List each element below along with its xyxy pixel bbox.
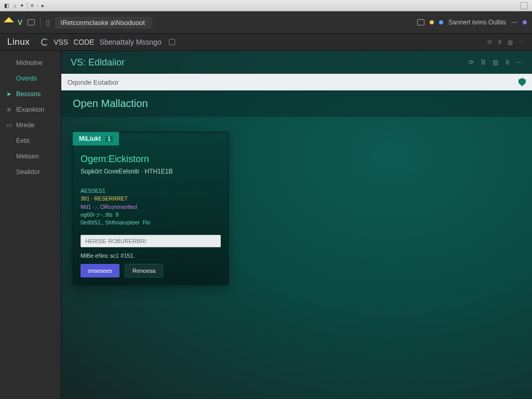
code-block: AESSES1 381 · RESERRRET Md1 ·.·. ORconma… xyxy=(73,177,228,232)
more-icon[interactable]: ⋯ xyxy=(511,19,517,26)
sync-icon[interactable]: ⟳ xyxy=(469,59,474,66)
layout-icon[interactable]: ▥ xyxy=(508,39,513,46)
titlebar-right: ⟳ 8 ▥ ⋯ xyxy=(487,39,525,46)
address-bar[interactable]: Oqonde Eotaibor xyxy=(61,74,532,90)
menu-bar: VSS CODE Sbenattaly Mssngo xyxy=(41,38,175,46)
panel-title: Ogem:Eickistorn xyxy=(73,145,228,168)
browser-tabbar: V ▯ \Retconmclaske a\Nsoduoot Sannert is… xyxy=(0,11,532,33)
status-dot-icon xyxy=(430,20,434,24)
layout-icon[interactable]: ▥ xyxy=(493,59,498,66)
menu-icon: ◧ xyxy=(4,3,10,9)
sidebar-item-label: Sealldor xyxy=(16,168,40,176)
sidebar-item-label: Besssns xyxy=(16,90,41,98)
chrome-glyph: ≡ xyxy=(31,3,34,8)
chrome-glyph: ✦ xyxy=(20,3,24,8)
editor-title: VS: Edldaiior xyxy=(71,57,125,68)
menu-item[interactable]: Sbenattaly Mssngo xyxy=(100,38,162,46)
sidebar-item[interactable]: ≡lExankion xyxy=(0,103,61,116)
menu-item[interactable]: CODE xyxy=(73,38,94,46)
list-icon: ≡ xyxy=(5,106,12,113)
chrome-glyph: ▸ xyxy=(42,3,44,8)
app-titlebar: Linux VSS CODE Sbenattaly Mssngo ⟳ 8 ▥ ⋯ xyxy=(0,33,532,51)
code-line: AESSES1 xyxy=(81,188,105,194)
sidebar-item[interactable]: Midnolne xyxy=(0,56,61,70)
sidebar-item-label: Mrede xyxy=(16,122,34,129)
divider xyxy=(27,2,28,9)
divider xyxy=(40,17,41,28)
find-input[interactable] xyxy=(81,235,221,247)
search-placeholder: Oqonde Eotaibor xyxy=(68,78,118,86)
panel-icon xyxy=(169,39,175,45)
panel-subtitle: Sopkört GoveEelsnitr · HTH1E1B xyxy=(73,168,228,177)
sidebar-item-label: Overds xyxy=(16,75,37,82)
meta-text: 8 xyxy=(506,59,509,66)
v-label: V xyxy=(18,18,22,26)
window-icon xyxy=(28,19,35,25)
chrome-glyph: ⌂ xyxy=(14,3,17,8)
panel-hint: MiBe eNnc sc1 #151. xyxy=(73,247,228,259)
meta-text: 8 xyxy=(498,39,501,45)
os-chrome-strip: ◧ ⌂ ✦ ≡ · ▸ xyxy=(0,0,532,11)
sidebar-item[interactable]: Eebt xyxy=(0,134,61,148)
more-icon[interactable]: ⋯ xyxy=(519,39,525,46)
refresh-icon[interactable] xyxy=(41,38,48,46)
tabbar-right: Sannert isnns Oulbis ⋯ xyxy=(417,19,527,26)
code-line: 0ed0r51,, Shthnarupteer Flo xyxy=(81,219,150,225)
code-line: Md1 ·.·. ORconmantted xyxy=(81,204,137,210)
meta-text: B xyxy=(481,59,485,66)
sidebar-item[interactable]: ➤Besssns xyxy=(0,87,61,101)
brand-label: Linux xyxy=(7,37,30,47)
sync-icon[interactable]: ⟳ xyxy=(487,39,492,46)
tab-title: \Retconmclaske a\Nsoduoot xyxy=(60,19,145,26)
status-dot-icon xyxy=(523,20,527,24)
editor-header: VS: Edldaiior ⟳ B ▥ 8 ⋯ xyxy=(61,51,532,74)
panel-icon[interactable] xyxy=(417,19,424,25)
sidebar-item[interactable]: Metisen xyxy=(0,150,61,163)
code-line: 381 · RESERRRET xyxy=(81,195,128,202)
menu-item[interactable]: VSS xyxy=(54,38,68,46)
new-tab-button[interactable] xyxy=(521,2,528,9)
sidebar: Midnolne Overds ➤Besssns ≡lExankion ▭Mre… xyxy=(0,51,61,399)
tabbar-right-label: Sannert isnns Oulbis xyxy=(448,19,506,26)
primary-button[interactable]: onsesees xyxy=(81,264,119,277)
more-icon[interactable]: ⋯ xyxy=(516,59,523,66)
panel-tab[interactable]: MiLiukt 1 xyxy=(73,132,119,145)
status-dot-icon xyxy=(439,20,443,24)
browser-tab-active[interactable]: \Retconmclaske a\Nsoduoot xyxy=(55,17,152,29)
panel-tab-badge: 1 xyxy=(105,136,113,142)
sidebar-item[interactable]: ▭Mrede xyxy=(0,118,61,132)
sidebar-item-label: lExankion xyxy=(16,106,44,113)
app-logo-icon xyxy=(4,17,14,28)
sidebar-item-label: Metisen xyxy=(16,153,39,160)
open-panel: MiLiukt 1 Ogem:Eickistorn Sopkört GoveEe… xyxy=(73,132,229,285)
sidebar-item[interactable]: Overds xyxy=(0,72,61,85)
panel-actions: onsesees Renoesa xyxy=(73,259,228,277)
sidebar-item-label: Midnolne xyxy=(16,59,43,66)
workspace: VS: Edldaiior ⟳ B ▥ 8 ⋯ Oqonde Eotaibor … xyxy=(61,51,532,399)
path-glyph: ▯ xyxy=(46,18,50,26)
chrome-glyph: · xyxy=(37,3,38,8)
sidebar-item-label: Eebt xyxy=(16,137,30,144)
code-line: og60r·;r−..ttls 8 xyxy=(81,211,118,218)
sidebar-item[interactable]: Sealldor xyxy=(0,165,61,179)
arrow-icon: ➤ xyxy=(5,90,12,98)
section-title: Open Mallaction xyxy=(61,90,532,117)
secondary-button[interactable]: Renoesa xyxy=(125,264,163,277)
panel-icon: ▭ xyxy=(5,122,12,129)
panel-tab-label: MiLiukt xyxy=(79,135,101,142)
shield-icon xyxy=(518,78,526,86)
